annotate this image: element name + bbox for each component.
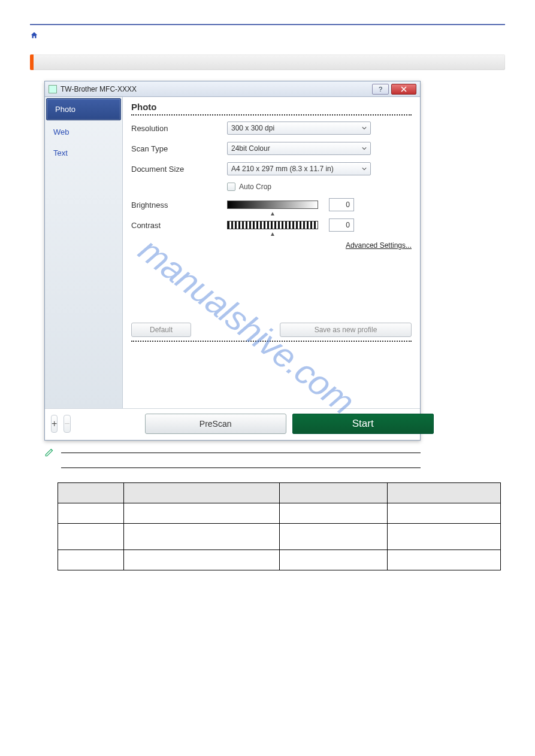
contrast-slider[interactable]: ▲ — [227, 221, 318, 229]
sidebar: Photo Web Text — [45, 97, 123, 408]
brightness-value[interactable]: 0 — [329, 198, 354, 211]
save-profile-button[interactable]: Save as new profile — [280, 323, 412, 337]
tab-photo[interactable]: Photo — [46, 98, 121, 120]
autocrop-checkbox[interactable] — [227, 183, 235, 191]
resolution-select[interactable]: 300 x 300 dpi — [227, 122, 371, 135]
contrast-label: Contrast — [131, 221, 227, 230]
resolution-value: 300 x 300 dpi — [231, 124, 274, 132]
scan-settings-table — [58, 482, 501, 570]
tab-web[interactable]: Web — [45, 122, 122, 142]
app-icon — [49, 85, 57, 93]
close-button[interactable] — [391, 84, 416, 95]
slider-thumb-icon: ▲ — [270, 210, 276, 217]
scantype-label: Scan Type — [131, 144, 227, 153]
slider-thumb-icon: ▲ — [270, 230, 276, 237]
panel-heading: Photo — [131, 102, 412, 112]
brightness-slider[interactable]: ▲ — [227, 201, 318, 209]
home-icon[interactable] — [30, 31, 38, 41]
chevron-down-icon — [362, 165, 367, 173]
brightness-label: Brightness — [131, 201, 227, 210]
scantype-select[interactable]: 24bit Colour — [227, 142, 371, 155]
chevron-down-icon — [362, 144, 367, 153]
tab-text[interactable]: Text — [45, 142, 122, 163]
top-divider — [30, 24, 505, 25]
window-title: TW-Brother MFC-XXXX — [61, 85, 372, 93]
pencil-icon — [44, 447, 55, 459]
chevron-down-icon — [362, 124, 367, 132]
help-button[interactable]: ? — [372, 84, 389, 95]
scanner-dialog: TW-Brother MFC-XXXX ? Photo Web Text Pho… — [44, 81, 421, 441]
advanced-settings-link[interactable]: Advanced Settings... — [131, 241, 412, 250]
start-button[interactable]: Start — [292, 414, 434, 434]
scantype-value: 24bit Colour — [231, 144, 270, 153]
docsize-label: Document Size — [131, 165, 227, 174]
default-button[interactable]: Default — [131, 323, 191, 337]
titlebar: TW-Brother MFC-XXXX ? — [45, 81, 420, 97]
docsize-value: A4 210 x 297 mm (8.3 x 11.7 in) — [231, 165, 334, 173]
settings-panel: Photo Resolution 300 x 300 dpi Scan Type… — [123, 97, 420, 408]
remove-profile-button[interactable]: − — [64, 415, 70, 433]
autocrop-label: Auto Crop — [239, 183, 271, 191]
note-block — [44, 447, 421, 468]
prescan-button[interactable]: PreScan — [145, 414, 286, 434]
docsize-select[interactable]: A4 210 x 297 mm (8.3 x 11.7 in) — [227, 162, 371, 175]
add-profile-button[interactable]: + — [51, 415, 58, 433]
resolution-label: Resolution — [131, 124, 227, 133]
section-heading-bar — [30, 54, 505, 70]
contrast-value[interactable]: 0 — [329, 218, 354, 232]
dotted-divider — [131, 114, 412, 116]
action-bar: + − PreScan Start — [45, 408, 420, 440]
dotted-divider — [131, 341, 412, 342]
